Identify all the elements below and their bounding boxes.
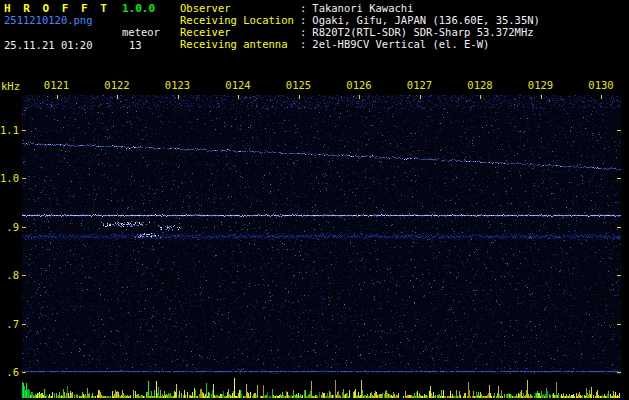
time-tick-label: 0122 <box>102 79 132 91</box>
meteor-count: 13 <box>129 39 142 51</box>
time-tick-label: 0121 <box>42 79 72 91</box>
station-value: R820T2(RTL-SDR) SDR-Sharp 53.372MHz <box>306 26 533 38</box>
time-tick-label: 0130 <box>586 79 616 91</box>
time-tick-label: 0127 <box>405 79 435 91</box>
time-axis: 0121012201230124012501260127012801290130 <box>22 79 621 92</box>
station-row: Receiving Location:Ogaki, Gifu, JAPAN (1… <box>180 14 540 26</box>
freq-tick-label: .6 <box>6 366 19 378</box>
station-label: Receiver <box>180 26 300 38</box>
station-label: Receiving Location <box>180 14 300 26</box>
station-value: 2el-HB9CV Vertical (el. E-W) <box>306 38 489 50</box>
station-row: Observer:Takanori Kawachi <box>180 2 540 14</box>
time-tick-label: 0128 <box>465 79 495 91</box>
time-tick-label: 0123 <box>163 79 193 91</box>
station-row: Receiving antenna:2el-HB9CV Vertical (el… <box>180 38 540 50</box>
hrofft-window: H R O F F T 1.0.0 2511210120.png meteor … <box>0 0 629 400</box>
freq-axis: 1.11.0.9.8.7.6 <box>0 0 20 400</box>
app-version: 1.0.0 <box>122 2 155 15</box>
station-label: Observer <box>180 2 300 14</box>
station-row: Receiver:R820T2(RTL-SDR) SDR-Sharp 53.37… <box>180 26 540 38</box>
freq-tick-label: .7 <box>6 318 19 330</box>
station-value: Ogaki, Gifu, JAPAN (136.60E, 35.35N) <box>306 14 540 26</box>
mode-label: meteor <box>122 26 160 38</box>
time-tick-label: 0129 <box>526 79 556 91</box>
freq-tick-label: 1.0 <box>0 172 19 184</box>
station-info: Observer:Takanori KawachiReceiving Locat… <box>180 2 540 50</box>
time-tick-label: 0126 <box>344 79 374 91</box>
time-tick-label: 0124 <box>223 79 253 91</box>
station-value: Takanori Kawachi <box>306 2 413 14</box>
freq-tick-label: .8 <box>6 269 19 281</box>
station-label: Receiving antenna <box>180 38 300 50</box>
freq-tick-label: .9 <box>6 221 19 233</box>
spectrogram-canvas <box>22 95 621 398</box>
freq-tick-label: 1.1 <box>0 124 19 136</box>
time-tick-label: 0125 <box>284 79 314 91</box>
